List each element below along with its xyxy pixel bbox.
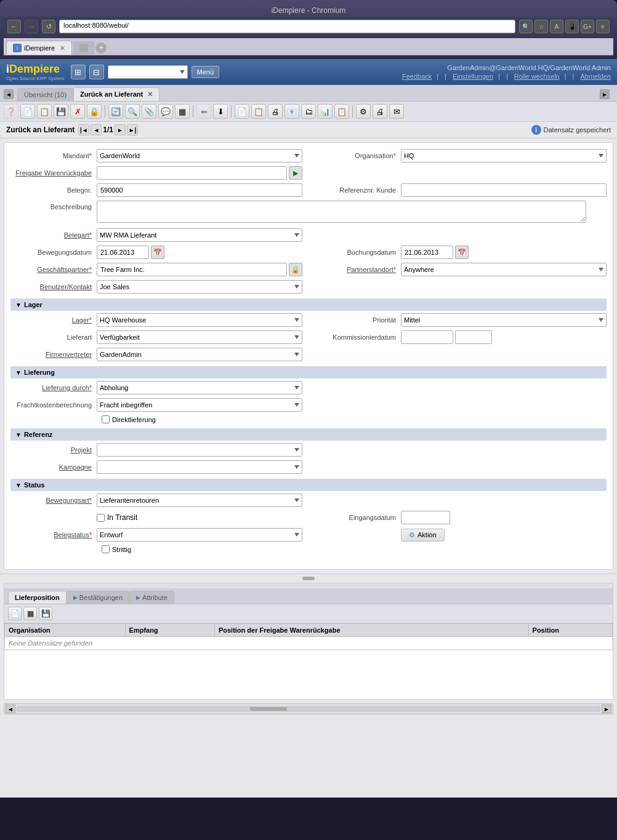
bottom-tab-lieferposition[interactable]: Lieferposition (8, 591, 67, 604)
belegart-select[interactable]: MW RMA Lieferant (97, 228, 302, 242)
section-lieferung-arrow[interactable]: ▼ (15, 369, 22, 376)
tab-close-btn[interactable]: ✕ (60, 44, 65, 52)
reload-btn[interactable]: ↺ (42, 20, 55, 33)
kommission-input[interactable] (401, 330, 453, 344)
bewegungsDatum-input[interactable] (97, 246, 149, 259)
bewegungsart-label[interactable]: Bewegungsart* (10, 497, 97, 504)
org-select[interactable]: HQ (401, 149, 607, 162)
copy-btn[interactable]: 📋 (37, 104, 52, 119)
fracht-select[interactable]: Fracht inbegriffen (97, 398, 302, 412)
belegstatus-select[interactable]: Entwurf (97, 528, 302, 542)
folder-btn[interactable]: 🗂 (301, 104, 316, 119)
lieferungDurch-label[interactable]: Lieferung durch* (10, 384, 97, 391)
email-btn[interactable]: 📧 (284, 104, 299, 119)
partnerstandort-label[interactable]: Partnerstandort* (315, 266, 401, 273)
lager-label[interactable]: Lager* (10, 316, 97, 324)
geschaeftspartner-search-btn[interactable]: 🔒 (289, 263, 302, 276)
geschaeftspartner-label[interactable]: Geschäftspartner* (10, 266, 97, 273)
forward-btn[interactable]: → (25, 20, 38, 33)
in-transit-checkbox[interactable] (97, 514, 105, 522)
save-btn[interactable]: 💾 (54, 104, 68, 119)
settings-tool-btn[interactable]: ⚙ (356, 104, 371, 119)
scroll-left-btn[interactable]: ◄ (6, 705, 15, 713)
section-lager-arrow[interactable]: ▼ (15, 302, 22, 308)
lieferungDurch-select[interactable]: Abholung (97, 381, 302, 394)
translate-btn[interactable]: A (550, 20, 563, 33)
firmenvertreter-select[interactable]: GardenAdmin (97, 348, 302, 361)
feedback-link[interactable]: Feedback (402, 73, 438, 80)
lock-btn[interactable]: 🔒 (87, 104, 102, 119)
section-status-arrow[interactable]: ▼ (15, 482, 22, 489)
tab-zurueck[interactable]: Zurück an Lieferant ✕ (73, 87, 159, 101)
menu-btn[interactable]: ≡ (596, 20, 610, 33)
direktlieferung-checkbox[interactable] (102, 415, 110, 423)
doc-btn[interactable]: 📄 (235, 104, 249, 119)
first-record-btn[interactable]: |◄ (78, 124, 89, 135)
browser-tab-active[interactable]: i iDempiere ✕ (6, 41, 72, 55)
logout-link[interactable]: Abmelden (580, 73, 611, 80)
refresh-btn[interactable]: 🔄 (108, 104, 123, 119)
sub-new-btn[interactable]: 📄 (8, 607, 22, 620)
next-record-btn[interactable]: ► (115, 124, 126, 135)
firmenvertreter-label[interactable]: Firmenvertreter (10, 351, 97, 358)
new-record-btn[interactable]: 📄 (20, 104, 35, 119)
zoom-btn[interactable]: 🔍 (519, 20, 533, 33)
benutzer-label[interactable]: Benutzer/Kontakt (10, 283, 97, 290)
back-btn[interactable]: ← (7, 20, 21, 33)
sub-save-btn[interactable]: 💾 (39, 607, 52, 620)
plus-btn[interactable]: G+ (581, 20, 594, 33)
projekt-label[interactable]: Projekt (10, 446, 97, 454)
print-btn[interactable]: 🖨 (268, 104, 283, 119)
section-referenz-arrow[interactable]: ▼ (15, 431, 22, 438)
tab-active-close[interactable]: ✕ (147, 90, 153, 98)
strittig-checkbox[interactable] (102, 545, 110, 553)
attach-btn[interactable]: 📎 (142, 104, 156, 119)
scroll-right-btn[interactable]: ► (602, 705, 611, 713)
freigabe-search-btn[interactable]: ▶ (289, 166, 302, 180)
grid-btn[interactable]: ▦ (175, 104, 190, 119)
last-record-btn[interactable]: ►| (127, 124, 138, 135)
belegart-label[interactable]: Belegart* (10, 231, 97, 239)
nav-collapse-right[interactable]: ► (600, 89, 610, 99)
kampagne-select[interactable] (97, 460, 302, 474)
prioritaet-select[interactable]: Mittel (401, 313, 607, 327)
print2-btn[interactable]: 🖨 (373, 104, 387, 119)
copy2-btn[interactable]: 📋 (251, 104, 266, 119)
help-btn[interactable]: ❓ (4, 104, 18, 119)
bottom-tab-attribute[interactable]: ▶ Attribute (129, 591, 174, 604)
next-btn[interactable]: ⬇ (213, 104, 228, 119)
refNr-input[interactable] (401, 183, 607, 197)
url-bar[interactable]: localhost:8080/webui/ (59, 20, 515, 33)
tab-overview[interactable]: Übersicht (10) (17, 88, 73, 101)
star-btn[interactable]: ☆ (534, 20, 548, 33)
lieferart-select[interactable]: Verfügbarkeit (97, 330, 302, 344)
buchungsDatum-cal-btn[interactable]: 📅 (455, 246, 469, 259)
sub-grid-btn[interactable]: ▦ (23, 607, 37, 620)
beschreibung-textarea[interactable] (97, 201, 586, 223)
bewegungsart-select[interactable]: Lieferantenretouren (97, 494, 302, 507)
kommission-time-input[interactable] (455, 330, 492, 344)
menu-main-btn[interactable]: Menü (192, 66, 220, 78)
lager-select[interactable]: HQ Warehouse (97, 313, 302, 327)
eingangsDatum-input[interactable] (401, 511, 450, 524)
new-tab-btn[interactable]: + (95, 42, 107, 54)
prev-record-btn[interactable]: ◄ (91, 124, 102, 135)
list-btn[interactable]: 📋 (334, 104, 349, 119)
role-switch-link[interactable]: Rolle wechseln (514, 73, 567, 80)
workspace-select[interactable] (108, 65, 188, 79)
projekt-select[interactable] (97, 443, 302, 457)
chat-btn[interactable]: 💬 (158, 104, 173, 119)
bottom-tab-bestatigungen[interactable]: ▶ Bestätigungen (67, 591, 129, 604)
freigabe-input[interactable] (97, 166, 287, 180)
chart-btn[interactable]: 📊 (318, 104, 333, 119)
browser-tab-new[interactable] (73, 41, 94, 55)
belegstatus-label[interactable]: Belegstatus* (10, 531, 97, 538)
layout-btn1[interactable]: ⊞ (71, 65, 86, 79)
benutzer-select[interactable]: Joe Sales (97, 280, 302, 294)
belegNr-input[interactable]: 590000 (97, 183, 302, 197)
find-btn[interactable]: 🔍 (125, 104, 140, 119)
buchungsDatum-input[interactable] (401, 246, 453, 259)
kampagne-label[interactable]: Kampagne (10, 463, 97, 471)
phone-btn[interactable]: 📱 (565, 20, 579, 33)
aktion-btn[interactable]: ⚙ Aktion (401, 529, 445, 542)
